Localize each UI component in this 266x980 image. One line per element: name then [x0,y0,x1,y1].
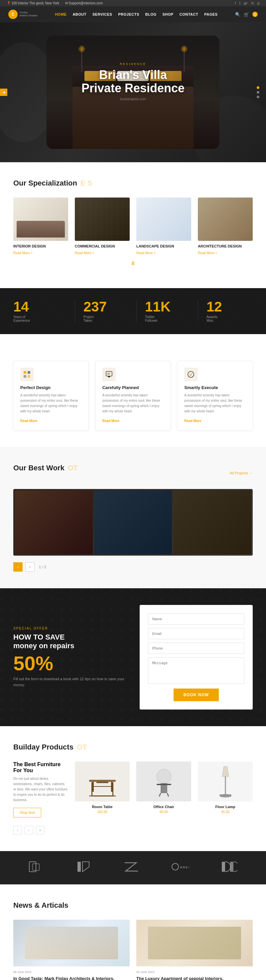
smartly-execute-icon [187,371,195,379]
top-bar-social: f t g+ in p [233,2,259,5]
shop-now-button[interactable]: Shop Now [13,808,41,818]
hero-dots [257,86,259,98]
product-intro-text: Do not just about desks, workstations, c… [13,776,68,803]
feature-perfect-design: Perfect Design A wonderful serenity has … [13,361,89,430]
top-bar: 📍 100 Interior The good, New York ✉ Supp… [0,0,266,6]
spec-name-architecture: ARCHITECTURE DESIGN [198,244,253,248]
svg-rect-4 [106,371,112,376]
feature-link-execute[interactable]: Read More [184,419,201,423]
social-f[interactable]: f [235,2,236,5]
feature-carefully-planned: Carefully Planned A wonderful serenity h… [95,361,171,430]
spec-name-interior: INTERIOR DESIGN [13,244,68,248]
svg-rect-28 [78,862,81,872]
feature-link-planned[interactable]: Read More [103,419,119,423]
stat-projects: 237 ProjectTaken [75,300,130,323]
product-thumb-chair [136,762,191,802]
nav-shop[interactable]: SHOP [163,12,174,16]
spec-interior: INTERIOR DESIGN Read More + [13,197,68,256]
offer-text: Fill out the form to download a book wit… [13,676,126,688]
nav-services[interactable]: SERVICES [92,12,112,16]
product-price-table: 150.00 [75,810,130,814]
nav-icons: 🔍 🛒 0 [235,12,258,17]
search-icon[interactable]: 🔍 [235,12,241,17]
hero-section: RESIDENCE Brian's Villa Private Residenc… [0,22,266,162]
social-p[interactable]: p [257,2,259,5]
hero-dot-1[interactable] [257,86,259,89]
news-title-2: The Luxury Apartment of sepoial Interior… [136,976,253,980]
work-next-btn[interactable]: › [25,562,35,572]
svg-rect-22 [225,776,226,795]
hero-label: RESIDENCE [81,62,185,65]
best-work-title-wrap: Our Best Work OT [13,464,78,473]
carefully-planned-icon [105,371,113,379]
news-thumb-1 [13,920,130,966]
hero-content: RESIDENCE Brian's Villa Private Residenc… [81,62,185,101]
social-g[interactable]: g+ [244,2,248,5]
best-work-header: Our Best Work OT All Projects → [13,464,253,482]
nav-home[interactable]: HOME [55,12,66,16]
feature-link-perfect[interactable]: Read More [20,419,37,423]
news-thumb-1-visual [13,920,130,966]
nav-blog[interactable]: BLOG [145,12,157,16]
stat-twitter-label: TwitterFollower [145,315,191,323]
products-prev-btn[interactable]: ‹ [13,826,22,834]
spec-link-landscape[interactable]: Read More + [136,251,156,255]
products-next-btn[interactable]: › [25,826,33,834]
brand-op-logo [28,861,45,873]
news-header: News & Articals [13,901,253,910]
spec-link-commercial[interactable]: Read More + [75,251,94,255]
products-nav: ‹ › ›› [13,826,253,834]
hero-dot-2[interactable] [257,91,259,94]
product-chair: Office Chair 89.00 [136,762,191,814]
brand-id-logo [76,861,92,873]
brands-bar: one:ID [0,851,266,885]
nav-about[interactable]: ABOUT [73,12,87,16]
spec-commercial: COMMERCIAL DESIGN Read More + [75,197,130,256]
all-projects-link[interactable]: All Projects → [230,471,253,475]
svg-rect-9 [89,780,116,782]
svg-rect-31 [222,862,225,872]
cart-icon[interactable]: 🛒 [244,12,249,17]
spec-link-interior[interactable]: Read More + [13,251,33,255]
lamp-svg [215,763,236,800]
products-page-btn[interactable]: ›› [36,826,44,834]
stat-experience: 14 Years ofExperience [13,300,68,323]
svg-rect-2 [24,375,26,378]
news-section: News & Articals 06 June 2023 In Good Tas… [0,885,266,980]
news-title-1: In Good Taste: Mark Finlay Architects & … [13,976,130,980]
offer-email-input[interactable] [148,628,244,639]
work-item-1 [14,490,93,554]
product-thumb-table [75,762,130,802]
offer-name-input[interactable] [148,613,244,625]
stat-projects-number: 237 [84,300,130,314]
specialization-deco: E S [81,179,92,188]
work-prev-btn[interactable]: ‹ [13,562,23,572]
brand-dd-logo [221,861,238,873]
social-t[interactable]: t [239,2,241,5]
stat-twitter: 11K TwitterFollower [136,300,191,323]
offer-label: Special Offer [13,627,126,630]
main-nav: C Contra Interior Studios HOME ABOUT SER… [0,6,266,22]
nav-pages[interactable]: PAGES [204,12,217,16]
address: 📍 100 Interior The good, New York [7,2,59,5]
products-header: Builday Products OT [13,743,253,751]
spec-link-architecture[interactable]: Read More + [198,251,217,255]
social-in[interactable]: in [252,2,254,5]
hero-dot-3[interactable] [257,95,259,98]
offer-phone-input[interactable] [148,643,244,654]
spec-thumb-3-visual [136,197,191,241]
offer-left: Special Offer HOW TO SAVE money on repai… [13,627,126,688]
news-title: News & Articals [13,901,68,910]
nav-contact[interactable]: CONTACT [179,12,198,16]
nav-projects[interactable]: PROJECTS [118,12,139,16]
svg-line-17 [158,793,161,797]
work-item-3 [173,490,252,554]
room-lamp-glow-left [78,46,85,52]
stat-projects-label: ProjectTaken [84,315,130,323]
logo[interactable]: C Contra Interior Studios [8,10,38,19]
offer-message-input[interactable] [148,657,244,684]
offer-submit-button[interactable]: Book Now [174,689,219,701]
hero-title: Brian's Villa Private Residence [81,68,185,95]
specialization-header: Our Specialization E S [13,179,253,188]
offer-title: HOW TO SAVE money on repairs [13,633,126,650]
